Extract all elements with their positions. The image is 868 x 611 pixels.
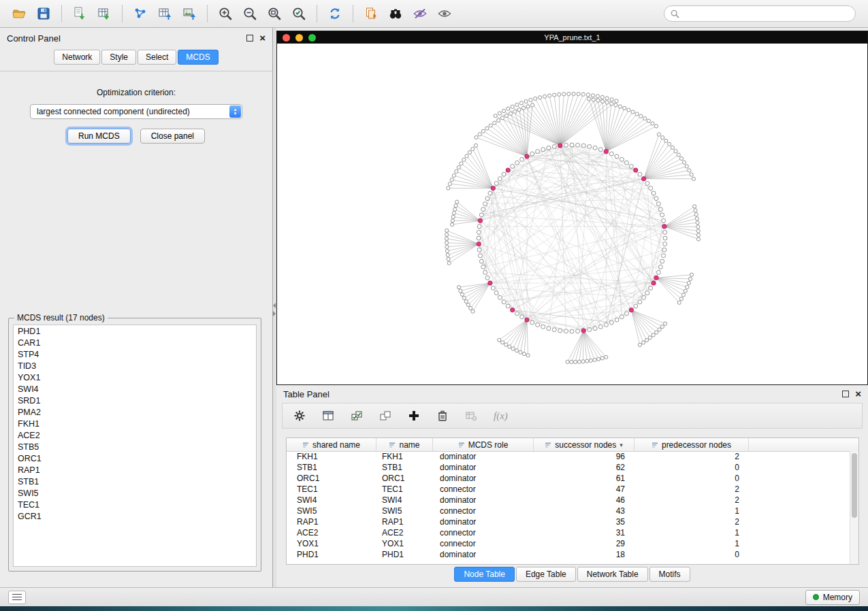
mcds-result-node[interactable]: STP4: [14, 348, 256, 360]
delete-entry-button[interactable]: [436, 410, 449, 422]
run-mcds-button[interactable]: Run MCDS: [67, 129, 131, 144]
tab-mcds[interactable]: MCDS: [178, 50, 218, 65]
minimize-window-icon[interactable]: [295, 34, 303, 42]
memory-button[interactable]: Memory: [805, 590, 860, 605]
column-header-name[interactable]: name: [376, 438, 433, 451]
network-window-titlebar[interactable]: YPA_prune.txt_1: [277, 31, 867, 44]
cell-successor_nodes: 18: [534, 550, 634, 559]
table-row[interactable]: YOX1YOX1connector291: [287, 538, 850, 549]
mcds-result-node[interactable]: TID3: [14, 360, 256, 371]
table-row[interactable]: FKH1FKH1dominator962: [287, 451, 850, 462]
mcds-result-list[interactable]: PHD1CAR1STP4TID3YOX1SWI4SRD1PMA2FKH1ACE2…: [13, 325, 257, 567]
collapse-right-icon[interactable]: [273, 311, 276, 316]
table-row[interactable]: TEC1TEC1connector472: [287, 484, 850, 495]
tab-network[interactable]: Network: [54, 50, 100, 65]
mcds-result-node[interactable]: SRD1: [14, 395, 256, 406]
open-folder-button[interactable]: [7, 3, 31, 24]
menu-icon[interactable]: [8, 591, 26, 604]
search-box[interactable]: [664, 5, 856, 22]
mcds-result-node[interactable]: TEC1: [14, 499, 256, 510]
network-canvas[interactable]: [277, 44, 867, 384]
hide-graphics-details-button[interactable]: [408, 3, 432, 24]
cell-predecessor_nodes: 1: [634, 528, 749, 538]
mcds-result-node[interactable]: GCR1: [14, 510, 256, 522]
float-window-icon[interactable]: [246, 35, 253, 42]
delete-column-disabled-button[interactable]: [465, 410, 477, 422]
table-scrollbar[interactable]: [850, 451, 858, 564]
zoom-fit-button[interactable]: [262, 3, 287, 24]
cell-name: PHD1: [376, 550, 433, 559]
float-table-panel-icon[interactable]: [842, 391, 849, 397]
column-label: predecessor nodes: [662, 440, 731, 450]
cell-predecessor_nodes: 2: [634, 484, 749, 494]
table-row[interactable]: RAP1RAP1dominator352: [287, 516, 850, 527]
search-input[interactable]: [684, 8, 849, 19]
export-image-button[interactable]: [177, 3, 202, 24]
function-builder-button[interactable]: f(x): [494, 410, 508, 422]
table-row[interactable]: ACE2ACE2connector311: [287, 527, 850, 538]
cell-shared_name: FKH1: [287, 452, 376, 461]
table-row[interactable]: SWI5SWI5connector431: [287, 506, 850, 516]
mcds-result-node[interactable]: ORC1: [14, 452, 256, 464]
column-header-predecessor-nodes[interactable]: predecessor nodes: [634, 438, 749, 451]
export-network-button[interactable]: [128, 3, 152, 24]
tab-node-table[interactable]: Node Table: [454, 567, 515, 582]
search-network-button[interactable]: [383, 3, 408, 24]
tab-motifs[interactable]: Motifs: [649, 567, 690, 582]
mcds-result-node[interactable]: FKH1: [14, 418, 256, 429]
column-header-successor-nodes[interactable]: successor nodes▾: [534, 438, 634, 451]
import-table-icon: [97, 6, 112, 21]
mcds-result-title: MCDS result (17 nodes): [14, 313, 108, 323]
table-row[interactable]: SWI4SWI4dominator462: [287, 495, 850, 506]
collapse-left-icon[interactable]: [273, 303, 276, 308]
save-button[interactable]: [31, 3, 56, 24]
tab-select[interactable]: Select: [138, 50, 176, 65]
select-all-button[interactable]: [351, 410, 363, 422]
close-panel-icon[interactable]: ×: [259, 35, 266, 42]
table-row[interactable]: ORC1ORC1dominator610: [287, 473, 850, 484]
cell-mcds_role: connector: [433, 506, 534, 516]
refresh-button[interactable]: [323, 3, 347, 24]
export-table-button[interactable]: [152, 3, 177, 24]
tab-network-table[interactable]: Network Table: [577, 567, 648, 582]
mcds-result-node[interactable]: YOX1: [14, 371, 256, 383]
gear-button[interactable]: [293, 410, 306, 422]
tab-style[interactable]: Style: [101, 50, 136, 65]
mcds-result-node[interactable]: ACE2: [14, 429, 256, 441]
table-row[interactable]: PHD1PHD1dominator180: [287, 549, 850, 560]
criterion-dropdown[interactable]: largest connected component (undirected)…: [30, 104, 242, 119]
mcds-result-node[interactable]: STB5: [14, 441, 256, 452]
mcds-result-node[interactable]: PMA2: [14, 406, 256, 418]
cell-name: FKH1: [376, 452, 433, 461]
split-panel-button[interactable]: [322, 410, 334, 422]
add-entry-button[interactable]: [408, 410, 420, 422]
zoom-out-button[interactable]: [238, 3, 262, 24]
table-row[interactable]: STB1STB1dominator620: [287, 462, 850, 473]
mcds-result-node[interactable]: SWI4: [14, 383, 256, 395]
import-table-button[interactable]: [92, 3, 116, 24]
zoom-selected-button[interactable]: [287, 3, 311, 24]
mcds-result-node[interactable]: RAP1: [14, 464, 256, 476]
tab-edge-table[interactable]: Edge Table: [516, 567, 576, 582]
column-header-MCDS-role[interactable]: MCDS role: [433, 438, 534, 451]
column-label: shared name: [312, 440, 360, 450]
close-window-icon[interactable]: [283, 34, 290, 42]
toolbar-separator: [207, 5, 208, 22]
close-table-panel-icon[interactable]: ×: [855, 391, 861, 397]
show-graphics-details-button[interactable]: [432, 3, 457, 24]
column-header-shared-name[interactable]: shared name: [287, 438, 376, 451]
deselect-all-button[interactable]: [379, 410, 391, 422]
sort-icon: [545, 442, 551, 448]
mcds-result-node[interactable]: CAR1: [14, 337, 256, 348]
scrollbar-thumb[interactable]: [852, 453, 857, 518]
mcds-result-node[interactable]: STB1: [14, 476, 256, 487]
close-panel-button[interactable]: Close panel: [140, 129, 205, 144]
mcds-result-node[interactable]: PHD1: [14, 325, 256, 337]
cell-name: STB1: [376, 463, 433, 472]
copy-document-button[interactable]: [359, 3, 383, 24]
node-table: shared namenameMCDS rolesuccessor nodes▾…: [286, 437, 859, 565]
mcds-result-node[interactable]: SWI5: [14, 487, 256, 499]
zoom-in-button[interactable]: [213, 3, 238, 24]
import-network-button[interactable]: [67, 3, 92, 24]
zoom-window-icon[interactable]: [308, 34, 316, 42]
